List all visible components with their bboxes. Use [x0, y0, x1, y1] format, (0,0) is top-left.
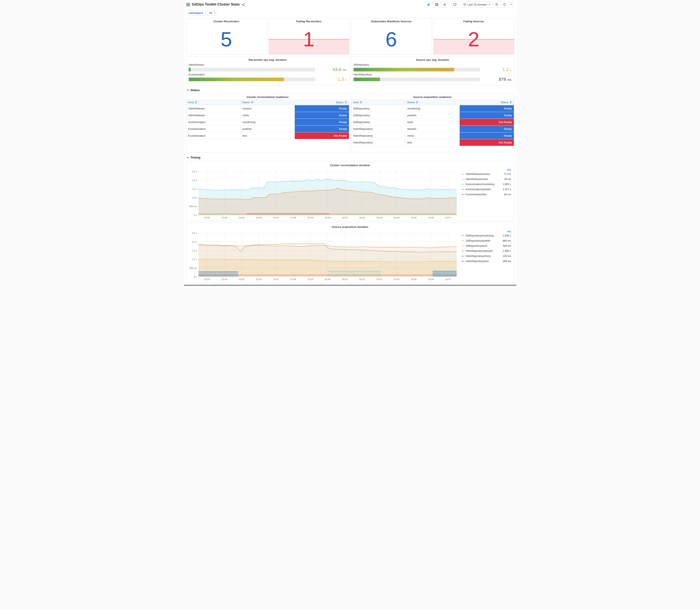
legend-row: GitRepository/monitoring1.594 s — [461, 233, 511, 238]
legend-name[interactable]: GitRepository/podinfo — [466, 239, 500, 242]
cell-kind: Kustomization — [186, 126, 240, 132]
legend-value: 16 ms — [500, 178, 511, 181]
col-name[interactable]: Name — [405, 100, 459, 105]
legend-name[interactable]: Kustomization/monitoring — [466, 183, 500, 186]
gauge-label: HelmRelease — [189, 63, 347, 66]
legend-swatch — [461, 246, 464, 246]
table-row: GitRepositorytest2Not Ready — [351, 119, 514, 126]
share-icon[interactable] — [242, 3, 245, 6]
legend-name[interactable]: Kustomization/podinfo — [466, 188, 500, 191]
legend-name[interactable]: HelmRepository/bitnami — [466, 250, 500, 253]
legend-swatch — [461, 236, 464, 236]
legend-row: HelmRepository/bitnami1.695 s — [461, 248, 511, 254]
col-kind[interactable]: Kind — [351, 100, 405, 105]
svg-text:16:04: 16:04 — [393, 216, 399, 219]
legend-name[interactable]: GitRepository/test2 — [466, 244, 500, 247]
legend-name[interactable]: GitRepository/monitoring — [466, 234, 500, 237]
cell-kind: GitRepository — [351, 105, 405, 112]
namespace-variable-value[interactable]: All — [207, 10, 217, 16]
dashboards-grid-icon[interactable] — [186, 3, 190, 6]
svg-text:0 s: 0 s — [194, 214, 197, 216]
legend-name[interactable]: HelmRelease/contour — [466, 173, 500, 176]
legend-name[interactable]: HelmRepository/test — [466, 260, 500, 263]
svg-text:500 ms: 500 ms — [189, 205, 197, 208]
svg-text:15:54: 15:54 — [221, 216, 227, 219]
legend-row: Kustomization/podinfo1.071 s — [461, 187, 511, 192]
filter-icon — [195, 101, 197, 103]
svg-text:15:57: 15:57 — [273, 216, 279, 219]
zoom-out-button[interactable] — [493, 1, 500, 7]
cell-kind: Kustomization — [186, 119, 240, 126]
gauge-label: HelmRepository — [354, 73, 511, 76]
legend-name[interactable]: HelmRelease/minio — [466, 178, 500, 181]
namespace-variable-selected: All — [209, 11, 212, 14]
chart-title: Cluster reconciliation duration — [188, 162, 512, 168]
cell-name: minio — [240, 112, 295, 119]
gauge-fill — [354, 78, 380, 81]
svg-text:15:55: 15:55 — [239, 216, 244, 219]
legend-value: 980 ms — [500, 239, 511, 242]
section-timing[interactable]: Timing — [187, 156, 514, 159]
stat-value: 2 — [434, 24, 514, 54]
save-button[interactable] — [434, 1, 440, 7]
gauge-title: Source ops avg. duration — [354, 57, 511, 62]
chart-plot[interactable]: 15:5315:5415:5515:5615:5715:5815:5916:00… — [188, 168, 459, 220]
legend-avg-header: avg — [461, 168, 511, 172]
gauge-fill — [354, 68, 454, 71]
settings-button[interactable] — [441, 1, 448, 7]
refresh-interval-dropdown[interactable] — [509, 1, 514, 7]
status-badge: Ready — [295, 112, 349, 119]
gauge-value: 1.3 s — [317, 77, 347, 82]
tv-mode-button[interactable] — [451, 1, 458, 7]
col-kind[interactable]: Kind — [186, 100, 240, 105]
status-badge: Ready — [295, 119, 349, 126]
chart-plot[interactable]: 15:5315:5415:5515:5615:5715:5815:5916:00… — [188, 229, 459, 282]
gauge-title: Reconciler ops avg. duration — [189, 57, 347, 62]
window-bottom-edge — [184, 285, 516, 286]
stat-panel-failing-reconcilers: Failing Reconcilers 1 — [268, 18, 349, 54]
status-badge: Ready — [460, 126, 514, 132]
readiness-table: Kind Name Status GitRepositorymonitoring… — [351, 99, 514, 146]
refresh-button[interactable] — [501, 1, 508, 7]
svg-text:16:00: 16:00 — [325, 216, 330, 219]
svg-text:16:07: 16:07 — [445, 278, 451, 280]
legend-row: GitRepository/test2338 ms — [461, 243, 511, 248]
gauge-value: 1.2 s — [482, 67, 511, 72]
legend-name[interactable]: Kustomization/test — [466, 193, 500, 196]
col-status[interactable]: Status — [295, 100, 349, 105]
stat-title: Kubernetes Manifests Sources — [351, 18, 432, 24]
gauge-track — [354, 68, 480, 71]
table-row: HelmRepositoryminioReady — [351, 132, 514, 139]
svg-text:15:59: 15:59 — [307, 216, 313, 219]
stat-title: Failing Sources — [434, 18, 514, 24]
gauge-track — [354, 78, 480, 81]
gauge-label: Kustomization — [189, 73, 347, 76]
legend-swatch — [461, 241, 464, 241]
legend-row: HelmRepository/minio108 ms — [461, 254, 511, 259]
chart-legend: avgGitRepository/monitoring1.594 sGitRep… — [459, 229, 512, 282]
gear-icon — [443, 3, 446, 6]
cell-name: monitoring — [405, 105, 459, 112]
legend-name[interactable]: HelmRepository/minio — [466, 255, 500, 258]
cell-name: test — [240, 132, 295, 139]
add-panel-button[interactable] — [425, 1, 432, 7]
svg-text:15:53: 15:53 — [204, 278, 210, 280]
chart-panel-source-duration: Source acquisition duration 15:5315:5415… — [186, 223, 514, 283]
svg-text:2.0 s: 2.0 s — [192, 241, 197, 243]
gauge-row: 1.3 s — [189, 77, 347, 82]
col-status[interactable]: Status — [460, 100, 514, 105]
chart-panel-reconciliation-duration: Cluster reconciliation duration 15:5315:… — [186, 161, 514, 221]
col-name[interactable]: Name — [240, 100, 295, 105]
cell-name: minio — [405, 132, 459, 139]
time-picker[interactable]: Last 15 minutes — [461, 1, 492, 7]
table-row: HelmRepositorybitnamiReady — [351, 126, 514, 132]
stats-row: Cluster Reconcilers 5 Failing Reconciler… — [186, 18, 514, 54]
legend-value: 84 ms — [500, 193, 511, 196]
section-status[interactable]: Status — [187, 89, 514, 92]
app-header: GitOps Toolkit Cluster Stats — [184, 0, 516, 9]
status-badge: Ready — [295, 126, 349, 132]
cell-name: test2 — [405, 119, 459, 126]
svg-text:1.5 s: 1.5 s — [192, 249, 197, 252]
cell-name: podinfo — [240, 126, 295, 132]
chevron-down-icon — [187, 89, 189, 91]
